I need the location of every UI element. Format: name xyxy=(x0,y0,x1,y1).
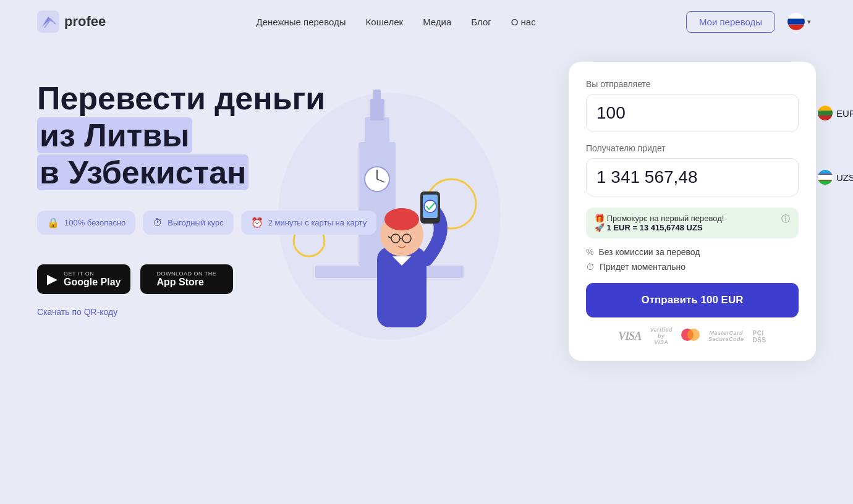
language-selector[interactable]: ▾ xyxy=(783,10,816,33)
svg-rect-3 xyxy=(787,13,805,19)
payment-logos: VISA VerifiedbyVISA MasterCardSecureCode… xyxy=(586,327,799,346)
send-input-row[interactable]: EUR ▾ xyxy=(586,94,799,132)
feature-rate: ⏱ Выгодный курс xyxy=(143,211,233,235)
clock-icon: ⏰ xyxy=(251,217,263,229)
lock-icon: 🔒 xyxy=(47,217,59,229)
promo-box: 🎁 Промокурс на первый перевод! 🚀 1 EUR =… xyxy=(586,208,799,238)
nav-item-media[interactable]: Медиа xyxy=(423,17,451,27)
verified-by-visa-logo: VerifiedbyVISA xyxy=(650,327,673,346)
app-store-text: Download on the App Store xyxy=(156,271,216,288)
benefits-list: % Без комиссии за перевод ⏱ Придет момен… xyxy=(586,247,799,272)
nav-item-transfers[interactable]: Денежные переводы xyxy=(256,17,346,27)
flag-icon xyxy=(787,13,805,30)
svg-rect-4 xyxy=(787,19,805,24)
nav-item-wallet[interactable]: Кошелек xyxy=(366,17,404,27)
benefit-no-fee: % Без комиссии за перевод xyxy=(586,247,799,257)
main-nav: Денежные переводы Кошелек Медиа Блог О н… xyxy=(256,17,535,27)
google-play-text: GET IT ON Google Play xyxy=(64,271,121,288)
mastercard-logo xyxy=(681,329,700,344)
hero-title: Перевести деньги из Литвы в Узбекистан xyxy=(37,80,569,191)
google-play-icon: ▶ xyxy=(47,271,57,287)
percent-icon: % xyxy=(586,247,593,257)
svg-rect-5 xyxy=(787,25,805,30)
promo-icon: 🎁 xyxy=(595,214,605,223)
promo-info-icon[interactable]: ⓘ xyxy=(781,214,790,225)
send-label: Вы отправляете xyxy=(586,79,799,89)
promo-rate: 🚀 1 EUR = 13 415,6748 UZS xyxy=(595,223,724,232)
app-buttons: ▶ GET IT ON Google Play Download on the … xyxy=(37,264,569,294)
send-currency-code: EUR xyxy=(836,108,853,119)
hero-title-line2: из Литвы xyxy=(37,117,192,153)
main-content: Перевести деньги из Литвы в Узбекистан 🔒… xyxy=(0,43,853,504)
pcidss-logo: PCIDSS xyxy=(753,330,766,343)
receive-label: Получателю придет xyxy=(586,143,799,153)
svg-rect-30 xyxy=(818,111,833,116)
logo[interactable]: profee xyxy=(37,10,106,33)
promo-title: 🎁 Промокурс на первый перевод! xyxy=(595,214,724,223)
svg-rect-31 xyxy=(818,116,833,120)
svg-rect-29 xyxy=(818,106,833,111)
uz-flag-icon xyxy=(818,170,833,185)
svg-point-40 xyxy=(687,329,700,341)
qr-code-link[interactable]: Скачать по QR-коду xyxy=(37,307,117,317)
google-play-button[interactable]: ▶ GET IT ON Google Play xyxy=(37,264,130,294)
logo-icon xyxy=(37,10,59,33)
app-store-button[interactable]: Download on the App Store xyxy=(140,264,233,294)
mastercard-securecode-logo: MasterCardSecureCode xyxy=(708,330,744,343)
header-right: Мои переводы ▾ xyxy=(686,10,816,33)
nav-item-about[interactable]: О нас xyxy=(511,17,536,27)
my-transfers-button[interactable]: Мои переводы xyxy=(686,11,775,33)
nav-item-blog[interactable]: Блог xyxy=(471,17,491,27)
receive-currency-code: UZS xyxy=(836,172,853,183)
send-currency-selector[interactable]: EUR ▾ xyxy=(818,106,853,120)
features-list: 🔒 100% безопасно ⏱ Выгодный курс ⏰ 2 мин… xyxy=(37,211,569,235)
left-content: Перевести деньги из Литвы в Узбекистан 🔒… xyxy=(37,62,569,317)
send-amount-input[interactable] xyxy=(596,103,818,123)
hero-title-line1: Перевести деньги xyxy=(37,80,325,116)
feature-secure: 🔒 100% безопасно xyxy=(37,211,135,235)
send-button[interactable]: Отправить 100 EUR xyxy=(586,283,799,317)
rate-icon: ⏱ xyxy=(153,217,163,229)
benefit-instant: ⏱ Придет моментально xyxy=(586,262,799,272)
transfer-widget: Вы отправляете EUR ▾ Получателю придет xyxy=(569,62,816,361)
receive-amount-input[interactable] xyxy=(596,167,818,187)
hero-title-line3: в Узбекистан xyxy=(37,154,248,190)
timer-icon: ⏱ xyxy=(586,262,595,272)
header: profee Денежные переводы Кошелек Медиа Б… xyxy=(0,0,853,43)
logo-text: profee xyxy=(64,14,106,30)
svg-rect-35 xyxy=(818,175,833,180)
lt-flag-icon xyxy=(818,106,833,120)
visa-logo: VISA xyxy=(618,330,641,343)
receive-input-row[interactable]: UZS ▾ xyxy=(586,158,799,196)
chevron-down-icon: ▾ xyxy=(807,18,811,26)
receive-currency-selector[interactable]: UZS ▾ xyxy=(818,170,853,185)
feature-speed: ⏰ 2 минуты с карты на карту xyxy=(241,211,377,235)
